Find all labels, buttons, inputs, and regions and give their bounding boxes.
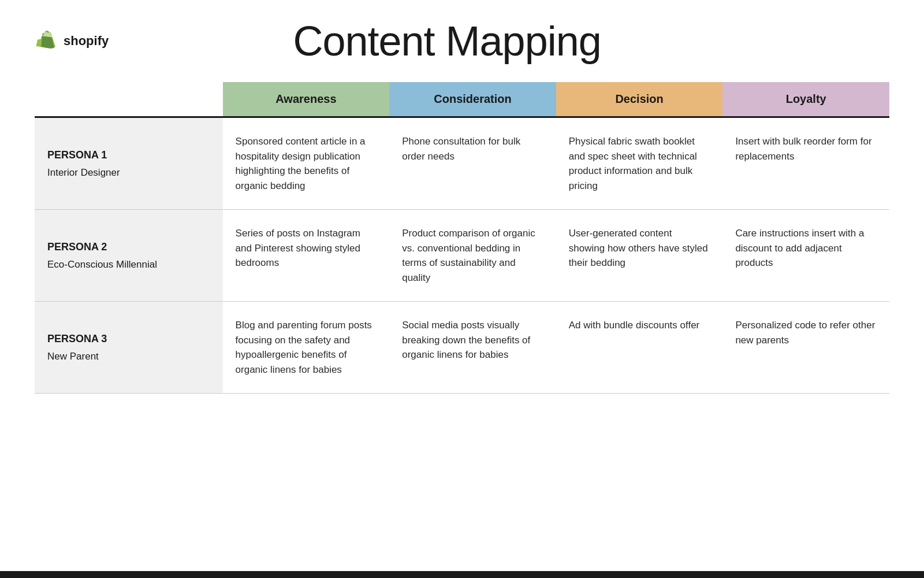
header-persona bbox=[35, 82, 223, 117]
shopify-logo-icon bbox=[35, 29, 59, 53]
header-loyalty: Loyalty bbox=[722, 82, 889, 117]
persona-3-awareness: Blog and parenting forum posts focusing … bbox=[223, 302, 390, 394]
persona-2-decision: User-generated content showing how other… bbox=[556, 210, 723, 302]
persona-1-name: PERSONA 1 bbox=[47, 147, 210, 163]
table-row: PERSONA 1 Interior Designer Sponsored co… bbox=[35, 117, 889, 210]
persona-2-loyalty: Care instructions insert with a discount… bbox=[722, 210, 889, 302]
persona-1-loyalty: Insert with bulk reorder form for replac… bbox=[722, 117, 889, 210]
persona-2-awareness: Series of posts on Instagram and Pintere… bbox=[223, 210, 390, 302]
header-consideration: Consideration bbox=[389, 82, 556, 117]
logo-text: shopify bbox=[64, 34, 109, 49]
persona-2-cell: PERSONA 2 Eco-Conscious Millennial bbox=[35, 210, 223, 302]
persona-1-cell: PERSONA 1 Interior Designer bbox=[35, 117, 223, 210]
persona-3-consideration: Social media posts visually breaking dow… bbox=[389, 302, 556, 394]
table-header-row: Awareness Consideration Decision Loyalty bbox=[35, 82, 889, 117]
persona-1-title: Interior Designer bbox=[47, 165, 210, 180]
persona-2-title: Eco-Conscious Millennial bbox=[47, 257, 210, 272]
header-awareness: Awareness bbox=[223, 82, 390, 117]
persona-1-decision: Physical fabric swath booklet and spec s… bbox=[556, 117, 723, 210]
persona-3-title: New Parent bbox=[47, 349, 210, 364]
table-row: PERSONA 2 Eco-Conscious Millennial Serie… bbox=[35, 210, 889, 302]
persona-1-consideration: Phone consultation for bulk order needs bbox=[389, 117, 556, 210]
persona-2-name: PERSONA 2 bbox=[47, 239, 210, 255]
persona-3-loyalty: Personalized code to refer other new par… bbox=[722, 302, 889, 394]
content-mapping-table: Awareness Consideration Decision Loyalty… bbox=[35, 82, 889, 394]
persona-3-decision: Ad with bundle discounts offer bbox=[556, 302, 723, 394]
page-title: Content Mapping bbox=[109, 17, 785, 65]
bottom-bar bbox=[0, 571, 924, 578]
persona-3-name: PERSONA 3 bbox=[47, 331, 210, 347]
persona-1-awareness: Sponsored content article in a hospitali… bbox=[223, 117, 390, 210]
persona-2-consideration: Product comparison of organic vs. conven… bbox=[389, 210, 556, 302]
header-decision: Decision bbox=[556, 82, 723, 117]
logo: shopify bbox=[35, 29, 109, 53]
table-row: PERSONA 3 New Parent Blog and parenting … bbox=[35, 302, 889, 394]
persona-3-cell: PERSONA 3 New Parent bbox=[35, 302, 223, 394]
page-header: shopify Content Mapping bbox=[0, 0, 924, 71]
main-content: Awareness Consideration Decision Loyalty… bbox=[0, 71, 924, 405]
